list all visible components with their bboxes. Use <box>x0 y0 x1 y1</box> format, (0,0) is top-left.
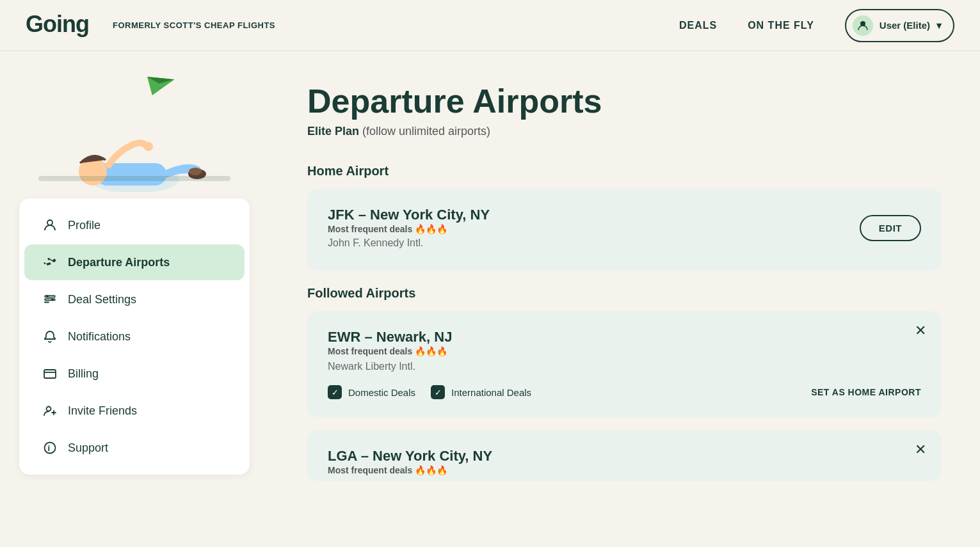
profile-icon <box>42 218 58 233</box>
ewr-card-footer: ✓ Domestic Deals ✓ International Deals S… <box>328 385 921 399</box>
notifications-icon <box>42 329 58 344</box>
user-label: User (Elite) <box>880 20 930 31</box>
user-menu-button[interactable]: User (Elite) ▾ <box>845 9 954 42</box>
main-layout: Profile Departure Airports <box>0 51 980 547</box>
followed-airport-card-1: ✕ LGA – New York City, NY Most frequent … <box>307 430 942 481</box>
lga-info: LGA – New York City, NY Most frequent de… <box>328 448 492 476</box>
ewr-international-label: International Deals <box>451 387 531 398</box>
svg-point-11 <box>47 220 52 225</box>
ewr-international-checkbox[interactable]: ✓ International Deals <box>431 385 531 399</box>
ewr-international-check-icon: ✓ <box>431 385 445 399</box>
sidebar-item-deal-settings-label: Deal Settings <box>68 293 136 306</box>
user-avatar-icon <box>853 15 873 36</box>
sidebar-nav: Profile Departure Airports <box>19 198 250 475</box>
home-airport-card-header: JFK – New York City, NY Most frequent de… <box>328 207 921 249</box>
plan-badge: Elite Plan (follow unlimited airports) <box>307 125 942 138</box>
home-airport-code-city: JFK – New York City, NY <box>328 207 490 223</box>
svg-point-9 <box>189 168 202 175</box>
content-area: Departure Airports Elite Plan (follow un… <box>269 51 980 547</box>
sidebar-item-support[interactable]: i Support <box>24 430 245 466</box>
sidebar-item-invite-friends[interactable]: Invite Friends <box>24 393 245 429</box>
svg-rect-10 <box>38 176 230 181</box>
sidebar-item-billing[interactable]: Billing <box>24 356 245 392</box>
nav-on-the-fly[interactable]: ON THE FLY <box>748 20 814 31</box>
svg-marker-2 <box>147 70 177 95</box>
ewr-domestic-label: Domestic Deals <box>348 387 415 398</box>
sidebar-item-notifications[interactable]: Notifications <box>24 319 245 354</box>
svg-point-7 <box>144 142 153 151</box>
chevron-down-icon: ▾ <box>936 20 942 31</box>
ewr-frequent-badge: Most frequent deals 🔥🔥🔥 <box>328 346 447 356</box>
sidebar-item-profile[interactable]: Profile <box>24 207 245 243</box>
svg-rect-16 <box>44 370 56 378</box>
header-nav: DEALS ON THE FLY User (Elite) ▾ <box>679 9 954 42</box>
ewr-header-row: EWR – Newark, NJ Most frequent deals 🔥🔥🔥 <box>328 329 921 357</box>
header: Going FORMERLY SCOTT'S CHEAP FLIGHTS DEA… <box>0 0 980 51</box>
home-airport-card: JFK – New York City, NY Most frequent de… <box>307 189 942 271</box>
followed-airport-card-0: ✕ EWR – Newark, NJ Most frequent deals 🔥… <box>307 311 942 417</box>
svg-text:Going: Going <box>26 11 89 37</box>
sidebar-item-support-label: Support <box>68 441 108 455</box>
plan-name: Elite Plan <box>307 125 359 138</box>
logo-text: Going <box>26 9 102 42</box>
lga-code-city: LGA – New York City, NY <box>328 448 492 464</box>
lga-header-row: LGA – New York City, NY Most frequent de… <box>328 448 921 476</box>
deal-settings-icon <box>42 292 58 307</box>
svg-point-14 <box>46 295 49 297</box>
ewr-domestic-checkbox[interactable]: ✓ Domestic Deals <box>328 385 415 399</box>
sidebar-item-billing-label: Billing <box>68 367 99 381</box>
page-title: Departure Airports <box>307 83 942 120</box>
svg-point-17 <box>47 407 51 411</box>
ewr-full-name: Newark Liberty Intl. <box>328 361 921 372</box>
nav-deals[interactable]: DEALS <box>679 20 717 31</box>
svg-text:i: i <box>48 443 51 453</box>
sidebar-item-deal-settings[interactable]: Deal Settings <box>24 281 245 317</box>
ewr-code-city: EWR – Newark, NJ <box>328 329 452 345</box>
home-airport-edit-button[interactable]: EDIT <box>860 215 921 241</box>
ewr-info: EWR – Newark, NJ Most frequent deals 🔥🔥🔥 <box>328 329 452 357</box>
header-left: Going FORMERLY SCOTT'S CHEAP FLIGHTS <box>26 9 275 42</box>
remove-lga-button[interactable]: ✕ <box>915 443 926 457</box>
sidebar-item-profile-label: Profile <box>68 219 100 232</box>
sidebar: Profile Departure Airports <box>0 51 269 547</box>
plan-desc: (follow unlimited airports) <box>362 125 490 138</box>
remove-ewr-button[interactable]: ✕ <box>915 324 926 338</box>
departure-airports-icon <box>42 255 58 270</box>
sidebar-item-notifications-label: Notifications <box>68 330 131 344</box>
sidebar-item-invite-friends-label: Invite Friends <box>68 404 137 418</box>
followed-airports-section-title: Followed Airports <box>307 286 942 301</box>
home-airport-full-name: John F. Kennedy Intl. <box>328 237 490 249</box>
logo-area[interactable]: Going <box>26 9 102 42</box>
formerly-text: FORMERLY SCOTT'S CHEAP FLIGHTS <box>113 20 275 30</box>
svg-point-15 <box>51 298 54 301</box>
home-airport-info: JFK – New York City, NY Most frequent de… <box>328 207 490 249</box>
sidebar-illustration <box>19 64 250 198</box>
invite-friends-icon <box>42 403 58 418</box>
support-icon: i <box>42 440 58 456</box>
sidebar-item-departure-airports[interactable]: Departure Airports <box>24 244 245 280</box>
home-airport-section-title: Home Airport <box>307 164 942 178</box>
sidebar-item-departure-airports-label: Departure Airports <box>68 256 170 269</box>
ewr-set-home-button[interactable]: SET AS HOME AIRPORT <box>811 387 921 397</box>
billing-icon <box>42 366 58 381</box>
ewr-checkboxes: ✓ Domestic Deals ✓ International Deals <box>328 385 531 399</box>
ewr-domestic-check-icon: ✓ <box>328 385 342 399</box>
home-airport-frequent-badge: Most frequent deals 🔥🔥🔥 <box>328 224 447 234</box>
lga-frequent-badge: Most frequent deals 🔥🔥🔥 <box>328 465 447 475</box>
